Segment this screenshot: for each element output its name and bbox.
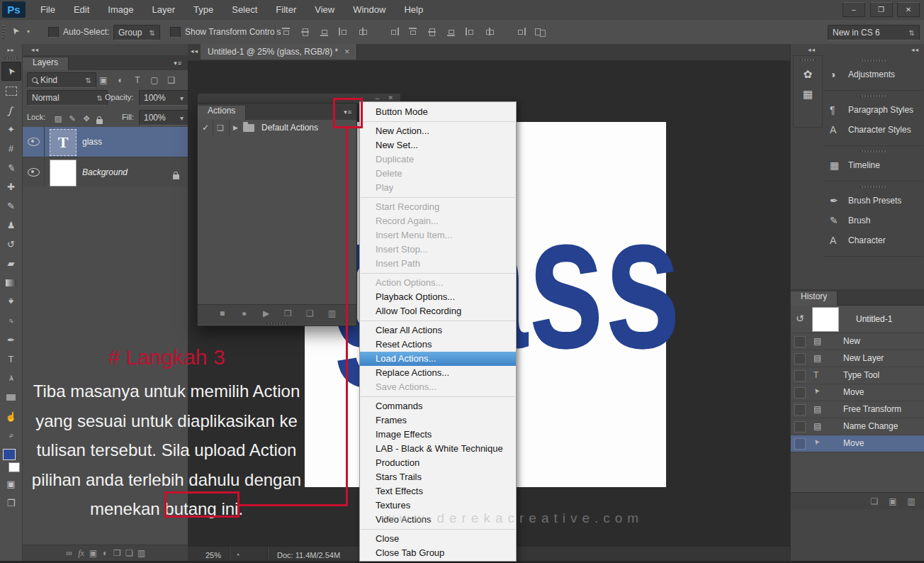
panel-collapse-close-icons[interactable]: ↔ ✕ [374, 94, 396, 101]
clone-stamp-tool[interactable]: ♟ [2, 216, 21, 234]
align-right-icon[interactable] [388, 27, 400, 37]
flyout-menu-item[interactable]: Text Effects [360, 484, 516, 498]
stop-playing-icon[interactable]: ■ [211, 305, 233, 322]
layer-row-background[interactable]: Background [23, 157, 188, 188]
menu-item[interactable]: Image [98, 0, 142, 20]
new-action-icon[interactable]: ❏ [299, 305, 321, 322]
history-state-row[interactable]: ▤ New [791, 333, 924, 350]
brush-presets-button[interactable]: ✒ Brush Presets [823, 191, 923, 211]
eraser-tool[interactable]: ▰ [2, 255, 21, 272]
fill-dropdown[interactable]: 100%▾ [139, 110, 188, 126]
layer-group-icon[interactable]: ❒ [111, 545, 123, 562]
lock-all-icon[interactable] [96, 114, 103, 127]
flyout-menu-item[interactable]: Replace Actions... [360, 366, 516, 380]
history-snapshot-row[interactable]: ↺ Untitled-1 [791, 306, 924, 333]
collapse-tabs-icon[interactable]: ◂◂ [191, 48, 198, 55]
blend-mode-dropdown[interactable]: Normal⇅ [27, 90, 108, 106]
tool-preset-caret-icon[interactable]: ▾ [27, 28, 30, 35]
timeline-button[interactable]: ▦ Timeline [823, 155, 923, 175]
move-tool[interactable]: ➤ [1, 62, 21, 81]
distribute-bottom-icon[interactable] [446, 27, 457, 37]
menu-item[interactable]: Type [184, 0, 222, 20]
zoom-tool[interactable]: ♀ [2, 427, 21, 445]
align-left-icon[interactable] [338, 27, 349, 37]
history-source-checkbox[interactable] [794, 370, 806, 381]
pen-tool[interactable]: ✒ [2, 331, 21, 349]
distribute-top-icon[interactable] [407, 27, 419, 37]
brush-button[interactable]: ✎ Brush [823, 211, 923, 230]
flyout-menu-item[interactable] [360, 394, 516, 399]
history-brush-icon[interactable]: ↺ [796, 313, 804, 324]
flyout-menu-item[interactable]: Button Mode [360, 105, 516, 119]
history-source-checkbox[interactable] [794, 421, 806, 433]
flyout-menu-item[interactable]: Clear All Actions [360, 323, 516, 338]
filter-kind-dropdown[interactable]: Kind ⇅ [27, 72, 96, 88]
layers-flyout-icon[interactable]: ▾≡ [174, 60, 182, 67]
minimize-button[interactable]: – [843, 2, 865, 17]
drag-grip[interactable] [860, 60, 886, 62]
flyout-menu-item[interactable]: Image Effects [360, 428, 516, 442]
flyout-menu-item[interactable] [360, 195, 516, 200]
delete-action-icon[interactable]: ▥ [321, 305, 343, 322]
align-hcenter-icon[interactable] [357, 27, 368, 37]
layer-name[interactable]: glass [82, 127, 102, 157]
flyout-menu-item[interactable]: Save Actions... [360, 380, 516, 394]
menu-item[interactable]: View [305, 0, 344, 20]
history-brush-tool[interactable]: ↺ [2, 235, 21, 253]
flyout-menu-item[interactable]: Commands [360, 399, 516, 413]
flyout-menu-item[interactable]: Insert Stop... [360, 243, 516, 257]
restore-button[interactable]: ❐ [870, 2, 893, 17]
history-state-row[interactable]: T Type Tool [791, 367, 924, 384]
eyedropper-tool[interactable]: ✐ [2, 159, 21, 177]
auto-align-icon[interactable] [534, 27, 546, 37]
healing-brush-tool[interactable]: ✚ [2, 178, 21, 196]
path-selection-tool[interactable]: ➢ [2, 369, 21, 387]
flyout-menu-item[interactable]: Stars Trails [360, 470, 516, 484]
flyout-menu-item[interactable]: LAB - Black & White Technique [360, 442, 516, 456]
flyout-menu-item[interactable]: Start Recording [360, 200, 516, 214]
pixel-filter-icon[interactable]: ▣ [95, 75, 112, 85]
include-checkmark-icon[interactable]: ✓ [202, 120, 209, 135]
lock-pixels-icon[interactable]: ✎ [65, 114, 79, 123]
menu-item[interactable]: Window [344, 0, 395, 20]
character-styles-button[interactable]: A Character Styles [823, 120, 923, 140]
flyout-menu-item[interactable] [360, 318, 516, 323]
auto-select-target-dropdown[interactable]: Group⇅ [113, 25, 160, 40]
flyout-menu-item[interactable]: Insert Menu Item... [360, 228, 516, 243]
crop-tool[interactable]: # [2, 140, 21, 157]
menu-item[interactable]: Edit [64, 0, 98, 20]
visibility-toggle[interactable] [23, 157, 45, 187]
hand-tool[interactable]: ☝ [2, 408, 21, 425]
adjustment-layer-icon[interactable]: ◐ [99, 545, 111, 562]
background-color-swatch[interactable] [9, 462, 20, 472]
flyout-menu-item[interactable]: Record Again... [360, 214, 516, 228]
flyout-menu-item[interactable]: Close Tab Group [360, 546, 516, 560]
flyout-menu-item[interactable]: Insert Path [360, 257, 516, 271]
history-state-row[interactable]: ➤ Move [791, 384, 924, 401]
history-state-row[interactable]: ▤ Name Change [791, 418, 924, 435]
flyout-menu-item[interactable]: Load Actions... [360, 352, 516, 366]
character-button[interactable]: A Character [823, 230, 923, 250]
menu-item[interactable]: Help [395, 0, 432, 20]
marquee-tool[interactable] [2, 82, 21, 100]
new-doc-from-state-icon[interactable]: ❏ [865, 493, 884, 510]
layer-thumbnail[interactable] [50, 160, 77, 186]
new-set-icon[interactable]: ❒ [277, 305, 299, 322]
type-filter-icon[interactable]: T [129, 75, 146, 85]
collapse-panels-icon[interactable]: ◂◂ [31, 46, 39, 53]
show-transform-controls-checkbox[interactable] [170, 27, 181, 38]
distribute-right-icon[interactable] [515, 27, 526, 37]
menu-item[interactable]: Layer [143, 0, 185, 20]
snapshot-thumbnail[interactable] [812, 307, 839, 332]
flyout-menu-item[interactable]: Production [360, 456, 516, 470]
new-snapshot-icon[interactable]: ▣ [884, 493, 902, 510]
flyout-menu-item[interactable]: Action Options... [360, 276, 516, 290]
gradient-tool[interactable] [2, 274, 21, 291]
foreground-color-swatch[interactable] [3, 449, 16, 460]
distribute-left-icon[interactable] [465, 27, 476, 37]
menu-item[interactable]: Select [222, 0, 266, 20]
color-panel-button[interactable]: ✿ [794, 68, 822, 81]
action-set-name[interactable]: Default Actions [261, 120, 318, 135]
align-top-icon[interactable] [281, 27, 292, 37]
swatches-panel-button[interactable]: ▦ [794, 88, 822, 101]
